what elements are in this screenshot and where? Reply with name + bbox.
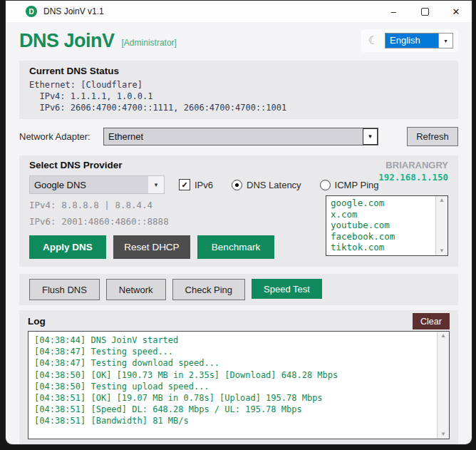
maximize-button[interactable]	[409, 1, 440, 22]
icmp-ping-radio[interactable]	[320, 180, 331, 190]
log-panel: Log Clear [04:38:44] DNS JoinV started[0…	[19, 310, 458, 444]
current-dns-status-panel: Current DNS Status Ethernet: [Cloudflare…	[19, 61, 458, 119]
log-output[interactable]: [04:38:44] DNS JoinV started[04:38:47] T…	[28, 331, 450, 439]
log-panel-title: Log	[28, 316, 46, 327]
scroll-down-icon[interactable]: ▼	[440, 431, 446, 437]
app-icon: D	[26, 6, 37, 17]
log-line: [04:38:51] [Bandwidth] 81 MB/s	[34, 415, 431, 426]
benchmark-button[interactable]: Benchmark	[197, 235, 274, 259]
test-site-item[interactable]: tiktok.com	[331, 242, 431, 253]
dns-provider-value: Google DNS	[30, 180, 148, 190]
scroll-up-icon[interactable]: ▲	[439, 198, 445, 203]
hostname-label: BRIARANGRY	[378, 160, 448, 170]
window-title: DNS JoinV v1.1	[43, 6, 104, 16]
local-ip-label: 192.168.1.150	[378, 172, 448, 183]
reset-dhcp-button[interactable]: Reset DHCP	[113, 235, 190, 259]
ipv6-checkbox-label: IPv6	[195, 180, 213, 190]
administrator-badge: [Administrator]	[122, 38, 177, 48]
language-select[interactable]: English ▾	[385, 33, 453, 48]
log-line: [04:38:50] [OK] [190.73 MB in 2.35s] [Do…	[34, 369, 431, 381]
icmp-ping-radio-group[interactable]: ICMP Ping	[320, 180, 379, 190]
listbox-scrollbar[interactable]: ▲ ▼	[435, 196, 447, 255]
apply-dns-button[interactable]: Apply DNS	[29, 235, 106, 259]
dropdown-arrow-icon[interactable]: ▼	[363, 128, 378, 145]
network-adapter-value: Ethernet	[104, 131, 363, 142]
test-site-item[interactable]: youtube.com	[331, 220, 431, 231]
dns-latency-radio-group[interactable]: DNS Latency	[232, 180, 301, 190]
dns-latency-radio[interactable]	[232, 180, 242, 190]
ipv6-checkbox[interactable]: ✓	[179, 179, 190, 190]
ipv6-checkbox-group[interactable]: ✓ IPv6	[179, 179, 213, 190]
clear-log-button[interactable]: Clear	[413, 313, 450, 329]
test-site-item[interactable]: google.com	[331, 198, 431, 209]
dns-latency-radio-label: DNS Latency	[247, 180, 301, 190]
dns-provider-panel: Select DNS Provider BRIARANGRY 192.168.1…	[19, 155, 458, 267]
log-line: [04:38:47] Testing download speed...	[34, 357, 431, 369]
network-adapter-select[interactable]: Ethernet ▼	[103, 128, 378, 145]
log-lines: [04:38:44] DNS JoinV started[04:38:47] T…	[29, 332, 437, 439]
check-ping-button[interactable]: Check Ping	[172, 279, 245, 300]
test-sites-list: google.comx.comyoutube.comfacebook.comti…	[326, 196, 435, 255]
log-line: [04:38:51] [Speed] DL: 648.28 Mbps / UL:…	[34, 404, 431, 415]
language-control-group: ☾ English ▾	[361, 29, 458, 52]
maximize-icon	[421, 8, 429, 16]
scroll-up-icon[interactable]: ▲	[440, 333, 446, 339]
language-selected-value[interactable]: English	[386, 34, 438, 48]
status-line: IPv4: 1.1.1.1, 1.0.0.1	[29, 91, 448, 102]
app-window: D DNS JoinV v1.1 – ✕ DNS JoinV [Administ…	[6, 1, 472, 444]
log-line: [04:38:51] [OK] [19.07 MB in 0.78s] [Upl…	[34, 392, 431, 404]
status-panel-title: Current DNS Status	[29, 66, 448, 76]
chevron-down-icon[interactable]: ▾	[148, 176, 164, 193]
log-line: [04:38:50] Testing upload speed...	[34, 381, 431, 392]
refresh-button[interactable]: Refresh	[407, 127, 458, 146]
log-scrollbar[interactable]: ▲ ▼	[437, 332, 449, 439]
network-adapter-label: Network Adapter:	[19, 131, 103, 142]
moon-icon[interactable]: ☾	[368, 35, 378, 46]
flush-dns-button[interactable]: Flush DNS	[29, 279, 100, 300]
status-line: IPv6: 2606:4700:4700::1111, 2606:4700:47…	[29, 102, 448, 113]
log-line: [04:38:44] DNS JoinV started	[34, 334, 431, 346]
title-bar[interactable]: D DNS JoinV v1.1 – ✕	[6, 1, 472, 22]
page-title: DNS JoinV	[19, 30, 115, 52]
log-line: [04:38:47] Testing speed...	[34, 346, 431, 357]
desktop: D DNS JoinV v1.1 – ✕ DNS JoinV [Administ…	[0, 0, 476, 450]
test-site-item[interactable]: x.com	[331, 209, 431, 220]
test-site-item[interactable]: facebook.com	[331, 231, 431, 242]
close-button[interactable]: ✕	[440, 1, 472, 22]
icmp-ping-radio-label: ICMP Ping	[335, 180, 379, 190]
tools-panel: Flush DNS Network Check Ping Speed Test	[19, 274, 458, 305]
test-sites-listbox[interactable]: google.comx.comyoutube.comfacebook.comti…	[326, 195, 448, 256]
dns-provider-select[interactable]: Google DNS ▾	[29, 175, 165, 194]
network-button[interactable]: Network	[106, 279, 166, 300]
scroll-down-icon[interactable]: ▼	[439, 248, 445, 254]
speed-test-button[interactable]: Speed Test	[252, 279, 322, 299]
minimize-button[interactable]: –	[378, 1, 409, 22]
chevron-down-icon[interactable]: ▾	[438, 34, 452, 48]
status-line: Ethernet: [Cloudflare]	[29, 79, 448, 91]
status-lines: Ethernet: [Cloudflare] IPv4: 1.1.1.1, 1.…	[29, 79, 448, 113]
